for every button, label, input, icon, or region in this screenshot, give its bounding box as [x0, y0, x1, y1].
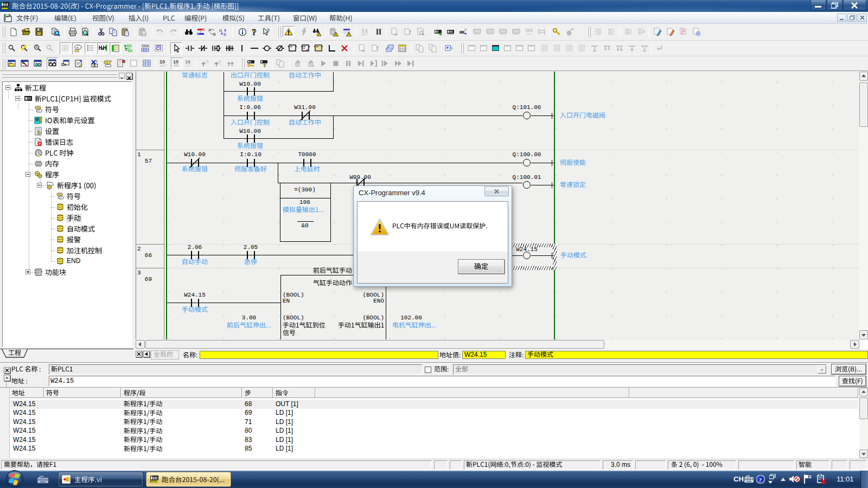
svg-text:?: ?: [759, 477, 762, 483]
